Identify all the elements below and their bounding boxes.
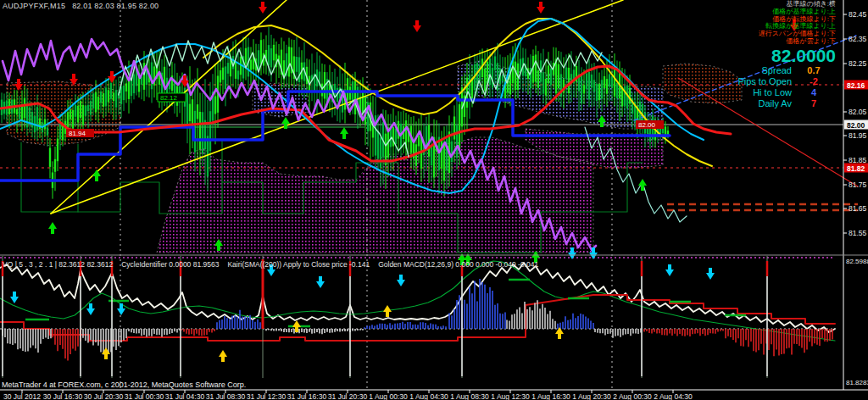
status-bar-copyright: MetaTrader 4 at FOREX.com, c 2001-2012, … xyxy=(2,381,246,389)
quote-stat-label: Spread xyxy=(762,65,792,75)
quote-stat-value: 0.7 xyxy=(792,65,836,75)
price-axis-label: 81.55 xyxy=(849,229,867,237)
panel-down-arrow-icon xyxy=(86,303,95,315)
down-arrow-icon xyxy=(413,20,421,32)
price-badge-text: 82.00 xyxy=(847,121,865,130)
quote-stat-label: Hi to Low xyxy=(753,87,792,97)
up-arrow-icon xyxy=(48,222,57,234)
ichimoku-status-line: 価格が雲より:下 xyxy=(737,38,836,46)
down-arrow-icon xyxy=(537,2,545,14)
time-axis-label[interactable]: 1 Aug 16:30 xyxy=(531,392,570,400)
ohlc-values: 82.01 82.03 81.95 82.00 xyxy=(72,2,159,10)
panel-down-arrow-icon xyxy=(397,275,405,286)
symbol-timeframe: AUDJPYFXF,M15 xyxy=(3,2,65,10)
time-axis-label[interactable]: 31 Jul 00:30 xyxy=(125,392,164,400)
panel-down-arrow-icon xyxy=(10,292,19,303)
macd-label: Golden MACD(12,26,9) 0.000 0.000 -0.049 … xyxy=(378,260,538,269)
svg-text:82.12: 82.12 xyxy=(160,94,178,102)
price-axis-label: 82.25 xyxy=(849,59,867,68)
time-axis-label[interactable]: 31 Jul 16:30 xyxy=(287,392,327,400)
time-axis-label[interactable]: 30 Jul 2012 xyxy=(3,392,41,400)
down-arrow-icon xyxy=(259,2,267,14)
time-axis-label[interactable]: 1 Aug 00:30 xyxy=(369,392,408,400)
time-axis-label[interactable]: 1 Aug 04:30 xyxy=(409,392,448,400)
quote-stat-row: Spread0.7 xyxy=(737,65,836,76)
time-axis-label[interactable]: 31 Jul 12:30 xyxy=(247,392,287,400)
time-axis-label[interactable]: 1 Aug 20:30 xyxy=(572,392,611,400)
quote-stat-label: Daily Av xyxy=(758,98,792,108)
time-axis-label[interactable]: 2 Aug 00:30 xyxy=(613,392,652,400)
quote-stat-row: Daily Av7 xyxy=(737,98,836,109)
price-axis-label: 81.95 xyxy=(849,131,867,140)
price-axis-label: 81.65 xyxy=(849,204,867,213)
price-axis-label: 82.05 xyxy=(849,108,867,116)
ichimoku-status-list: 基準線の傾き:横価格が基準線より:上価格が転換線より:下転換線が基準線より:上遅… xyxy=(737,1,836,46)
price-badge-text: 81.82 xyxy=(847,164,865,173)
up-arrow-icon xyxy=(340,127,348,139)
chart-title: AUDJPYFXF,M1582.01 82.03 81.95 82.00 xyxy=(3,2,159,10)
panel-down-arrow-icon xyxy=(665,264,674,276)
quote-stat-label: Pips to Open xyxy=(737,76,792,86)
quote-stat-value: 7 xyxy=(792,98,836,108)
panel-scale-scale_bottom: 81.8283 xyxy=(846,379,868,386)
quote-stats: Spread0.7Pips to Open-2Hi to Low4Daily A… xyxy=(737,65,836,109)
current-price: 82.0000 xyxy=(737,47,836,65)
price-axis-label: 82.35 xyxy=(849,35,867,43)
time-axis-label[interactable]: 1 Aug 08:30 xyxy=(450,392,489,400)
price-badge-text: 82.16 xyxy=(847,81,865,90)
up-arrow-icon xyxy=(638,179,647,191)
kairi-label: Kairi(SMA((200)) Apply to Close price -0… xyxy=(227,260,370,269)
vq-indicator-label: VQ | 5 . 3 , 2 . 1 | 82.3612 82.3612 xyxy=(3,260,113,269)
indicator-panel-header: VQ | 5 . 3 , 2 . 1 | 82.3612 82.3612Cycl… xyxy=(3,260,547,269)
time-axis-label[interactable]: 31 Jul 04:30 xyxy=(165,392,205,400)
price-axis-label: 81.75 xyxy=(849,181,867,189)
svg-text:82.00: 82.00 xyxy=(638,121,656,129)
panel-up-arrow-icon xyxy=(219,350,227,362)
panel-up-arrow-icon xyxy=(383,305,392,317)
up-arrow-icon xyxy=(92,169,101,181)
price-axis-label: 82.45 xyxy=(849,10,867,19)
time-axis-label[interactable]: 31 Jul 20:30 xyxy=(328,392,368,400)
cycleidentifier-label: CycleIdentifier 0.0000 81.9563 xyxy=(121,260,219,269)
quote-stat-value: -2 xyxy=(792,76,836,86)
quote-stat-row: Pips to Open-2 xyxy=(737,76,836,87)
panel-down-arrow-icon xyxy=(706,268,715,280)
panel-scale-scale_top: 82.5988 xyxy=(846,258,868,265)
quote-stat-value: 4 xyxy=(792,87,836,97)
time-axis-label[interactable]: 31 Jul 08:30 xyxy=(206,392,246,400)
time-axis-label[interactable]: 30 Jul 16:30 xyxy=(43,392,83,400)
quote-info-panel: 基準線の傾き:横価格が基準線より:上価格が転換線より:下転換線が基準線より:上遅… xyxy=(737,1,836,109)
mt4-chart-window: 82.1281.9482.0082.4582.3582.2582.0581.95… xyxy=(0,0,868,400)
quote-stat-row: Hi to Low4 xyxy=(737,87,836,98)
time-axis-label[interactable]: 2 Aug 04:30 xyxy=(654,392,693,400)
svg-text:81.94: 81.94 xyxy=(69,130,86,137)
panel-down-arrow-icon xyxy=(316,276,325,288)
time-axis-label[interactable]: 1 Aug 12:30 xyxy=(491,392,530,400)
time-axis-label[interactable]: 30 Jul 20:30 xyxy=(84,392,124,400)
